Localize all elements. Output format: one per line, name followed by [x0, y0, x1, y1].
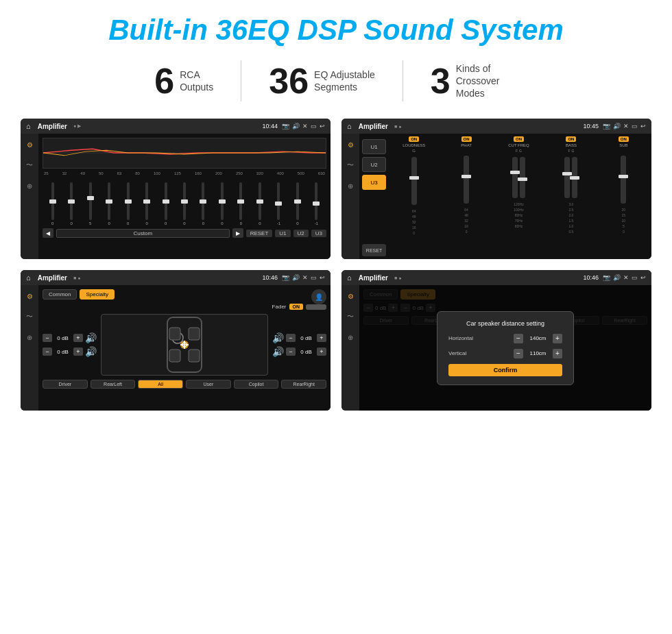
- dsp-u2[interactable]: U2: [362, 157, 386, 172]
- rearleft-btn[interactable]: RearLeft: [91, 380, 136, 389]
- profile-btn[interactable]: 👤: [311, 289, 326, 304]
- close-icon-3[interactable]: ✕: [302, 274, 308, 281]
- slider-track-4[interactable]: [127, 182, 130, 220]
- cutfreq-slider-g[interactable]: [520, 157, 525, 198]
- slider-track-14[interactable]: [315, 182, 317, 220]
- speaker-icon-2[interactable]: ⊕: [345, 180, 356, 191]
- wave-icon-1[interactable]: 〜: [24, 160, 35, 171]
- back-icon-4[interactable]: ↩: [640, 274, 646, 281]
- slider-track-5[interactable]: [145, 182, 148, 220]
- cutfreq-g-handle[interactable]: [518, 178, 527, 181]
- slider-handle-12[interactable]: [275, 202, 282, 206]
- slider-track-13[interactable]: [296, 182, 299, 220]
- eq-reset-btn[interactable]: RESET: [246, 230, 273, 237]
- sub-on[interactable]: ON: [619, 136, 629, 142]
- slider-handle-10[interactable]: [237, 199, 244, 204]
- back-icon-3[interactable]: ↩: [320, 274, 325, 281]
- vertical-minus[interactable]: −: [514, 349, 523, 358]
- sub-slider[interactable]: [621, 156, 626, 204]
- eq-u2-btn[interactable]: U2: [293, 230, 309, 237]
- speaker-icon-1[interactable]: ⊕: [24, 180, 35, 191]
- home-icon-2[interactable]: ⌂: [347, 122, 352, 130]
- slider-track-0[interactable]: [51, 182, 54, 220]
- bass-g-handle[interactable]: [570, 176, 579, 180]
- slider-track-7[interactable]: [183, 182, 186, 220]
- bass-slider-g[interactable]: [572, 157, 577, 198]
- eq-icon-1[interactable]: ⚙: [24, 139, 35, 150]
- loudness-handle[interactable]: [409, 176, 419, 180]
- home-icon-3[interactable]: ⌂: [26, 273, 31, 282]
- slider-handle-8[interactable]: [200, 199, 206, 204]
- phat-handle[interactable]: [461, 175, 471, 178]
- speaker-icon-3[interactable]: ⊕: [24, 332, 35, 343]
- all-btn[interactable]: All: [138, 380, 183, 389]
- vol-rl-plus[interactable]: +: [73, 348, 83, 356]
- back-icon-1[interactable]: ↩: [320, 123, 325, 130]
- slider-handle-9[interactable]: [219, 199, 226, 204]
- slider-handle-7[interactable]: [181, 199, 188, 204]
- dsp-u3[interactable]: U3: [362, 175, 386, 190]
- fader-slider[interactable]: [306, 304, 326, 310]
- slider-track-6[interactable]: [165, 182, 167, 220]
- wave-icon-4[interactable]: 〜: [345, 311, 356, 322]
- close-icon-1[interactable]: ✕: [302, 123, 308, 130]
- eq-icon-2[interactable]: ⚙: [345, 139, 356, 150]
- loudness-slider[interactable]: [411, 157, 417, 205]
- slider-handle-6[interactable]: [163, 199, 169, 204]
- copilot-btn[interactable]: Copilot: [234, 380, 279, 389]
- eq-u1-btn[interactable]: U1: [275, 230, 290, 237]
- slider-handle-14[interactable]: [313, 202, 320, 206]
- slider-handle-2[interactable]: [87, 196, 94, 200]
- user-btn[interactable]: User: [186, 380, 231, 389]
- horizontal-plus[interactable]: +: [553, 334, 562, 343]
- vol-fr-minus[interactable]: −: [286, 334, 296, 342]
- slider-handle-11[interactable]: [256, 199, 263, 204]
- dsp-u1[interactable]: U1: [362, 139, 386, 154]
- slider-track-1[interactable]: [70, 182, 73, 220]
- common-tab[interactable]: Common: [43, 289, 77, 300]
- slider-track-3[interactable]: [108, 182, 110, 220]
- slider-handle-0[interactable]: [49, 199, 56, 204]
- eq-u3-btn[interactable]: U3: [311, 230, 326, 237]
- wave-icon-2[interactable]: 〜: [345, 160, 356, 171]
- slider-track-2[interactable]: [89, 182, 92, 220]
- bass-f-handle[interactable]: [562, 172, 572, 175]
- cutfreq-on[interactable]: ON: [514, 136, 524, 142]
- confirm-button[interactable]: Confirm: [448, 364, 562, 376]
- eq-next-btn[interactable]: ▶: [232, 228, 243, 238]
- eq-preset-label[interactable]: Custom: [56, 229, 230, 238]
- cutfreq-f-handle[interactable]: [510, 171, 520, 174]
- loudness-on[interactable]: ON: [409, 136, 419, 142]
- vol-fl-plus[interactable]: +: [73, 334, 83, 342]
- specialty-tab[interactable]: Specialty: [80, 289, 114, 300]
- close-icon-2[interactable]: ✕: [623, 123, 629, 130]
- back-icon-2[interactable]: ↩: [640, 123, 646, 130]
- driver-btn[interactable]: Driver: [43, 380, 88, 389]
- vol-fr-plus[interactable]: +: [317, 334, 326, 342]
- vertical-plus[interactable]: +: [553, 349, 562, 358]
- vol-rl-minus[interactable]: −: [43, 348, 52, 356]
- vol-rr-plus[interactable]: +: [317, 348, 326, 356]
- eq-icon-3[interactable]: ⚙: [24, 291, 35, 302]
- bass-on[interactable]: ON: [566, 136, 576, 142]
- speaker-icon-4[interactable]: ⊕: [345, 332, 356, 343]
- phat-slider[interactable]: [464, 156, 469, 204]
- eq-icon-4[interactable]: ⚙: [345, 291, 356, 302]
- wave-icon-3[interactable]: 〜: [24, 311, 35, 322]
- eq-prev-btn[interactable]: ◀: [43, 228, 53, 238]
- slider-handle-13[interactable]: [294, 199, 301, 204]
- vol-rr-minus[interactable]: −: [286, 348, 296, 356]
- slider-track-12[interactable]: [277, 182, 280, 220]
- slider-track-9[interactable]: [221, 182, 224, 220]
- sub-handle[interactable]: [619, 175, 628, 178]
- slider-handle-1[interactable]: [68, 199, 75, 204]
- slider-track-8[interactable]: [202, 182, 204, 220]
- rearright-btn[interactable]: RearRight: [281, 380, 326, 389]
- slider-track-11[interactable]: [259, 182, 261, 220]
- slider-handle-3[interactable]: [106, 199, 112, 204]
- home-icon-4[interactable]: ⌂: [347, 273, 352, 282]
- vol-fl-minus[interactable]: −: [43, 334, 52, 342]
- phat-on[interactable]: ON: [461, 136, 472, 142]
- home-icon-1[interactable]: ⌂: [26, 122, 31, 130]
- slider-handle-5[interactable]: [143, 199, 150, 204]
